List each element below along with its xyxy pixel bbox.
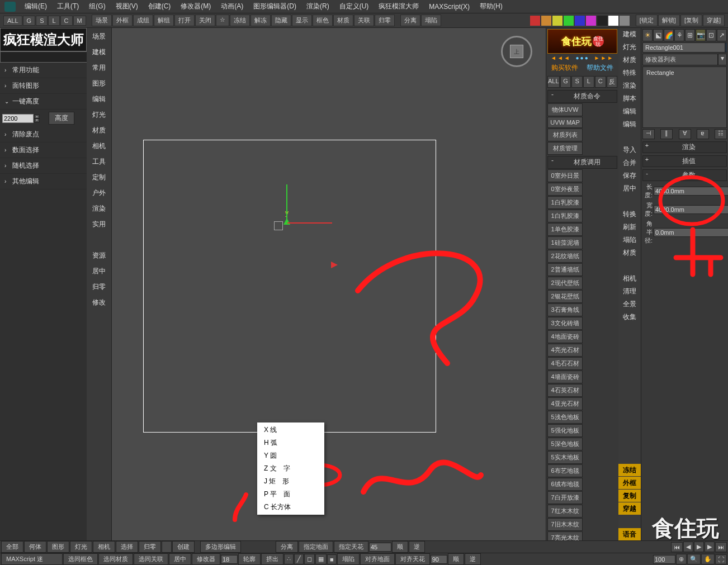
menu-plugin[interactable]: 疯狂模渲大师: [374, 1, 423, 12]
menu-grapheditor[interactable]: 图形编辑器(D): [249, 1, 301, 12]
viewcube[interactable]: 上: [501, 36, 532, 67]
bottom2d-0[interactable]: 顺: [448, 553, 464, 565]
leftcat-0[interactable]: 场景: [87, 29, 111, 44]
mat-preset-21[interactable]: 5实木地板: [547, 451, 583, 464]
mat-preset-5[interactable]: 1硅藻泥墙: [547, 236, 583, 249]
mat-cmd-2[interactable]: 材质列表: [547, 129, 583, 141]
color-swatch-3[interactable]: [564, 16, 574, 26]
chevron-down-icon[interactable]: ▾: [718, 54, 727, 65]
bottom2-num-2[interactable]: [431, 555, 447, 564]
mat-preset-9[interactable]: 2银花壁纸: [547, 290, 583, 303]
viewcube-face[interactable]: 上: [510, 45, 523, 58]
midcat-3[interactable]: 特殊: [618, 67, 641, 79]
midcat-11[interactable]: 保存: [618, 169, 641, 182]
filter-all[interactable]: ALL: [3, 16, 22, 26]
cmdpanel-tab-1[interactable]: ⬕: [653, 29, 663, 41]
mat-preset-3[interactable]: 1白乳胶漆: [547, 210, 583, 222]
leftcat-8[interactable]: 工具: [87, 154, 111, 169]
bottom-num-1[interactable]: [369, 543, 391, 552]
tool-14[interactable]: 归零: [375, 15, 395, 26]
menu-tools[interactable]: 工具(T): [53, 1, 83, 12]
menu-maxscript[interactable]: MAXScript(X): [424, 2, 474, 12]
filter-g[interactable]: G: [23, 16, 36, 26]
leftcat-5[interactable]: 灯光: [87, 107, 111, 122]
tool-6[interactable]: ☆: [216, 15, 229, 26]
midcat-hl-3[interactable]: 穿越: [618, 502, 641, 515]
cmdpanel-tab-4[interactable]: ⊞: [685, 29, 695, 41]
tool-far-0[interactable]: [锁定: [636, 15, 658, 26]
bottom2-3[interactable]: 居中: [169, 553, 191, 565]
midcat-1[interactable]: 灯光: [618, 41, 641, 53]
leftcat-11[interactable]: 渲染: [87, 201, 111, 216]
filter-l[interactable]: L: [48, 16, 59, 26]
tool-far-1[interactable]: 解锁]: [658, 15, 680, 26]
search-input[interactable]: [1, 52, 89, 62]
mat-cmd-3[interactable]: 材质管理: [547, 142, 583, 155]
rectangle-object[interactable]: [143, 140, 436, 433]
modifier-stack[interactable]: Rectangle: [642, 67, 727, 128]
promo-banner[interactable]: 食住玩 食住玩: [547, 29, 617, 54]
cmdpanel-tab-2[interactable]: 🌈: [664, 29, 674, 41]
midcat-10[interactable]: 合并: [618, 156, 641, 169]
mat-preset-8[interactable]: 2现代壁纸: [547, 277, 583, 289]
bottom1-6[interactable]: 归零: [139, 541, 161, 553]
midcat-5[interactable]: 脚本: [618, 92, 641, 105]
mid-filter-3[interactable]: L: [583, 76, 594, 88]
tool-13[interactable]: 关联: [354, 15, 374, 26]
tool-12[interactable]: 材质: [333, 15, 353, 26]
menu-anim[interactable]: 动画(A): [216, 1, 248, 12]
ctx-item-6[interactable]: C 长方体: [257, 501, 324, 514]
mat-preset-4[interactable]: 1单色胶漆: [547, 223, 583, 236]
color-swatch-6[interactable]: [597, 16, 607, 26]
mat-preset-16[interactable]: 4石英石材: [547, 384, 583, 397]
cmdpanel-tab-6[interactable]: ⊡: [706, 29, 716, 41]
midcat-2[interactable]: 材质: [618, 54, 641, 66]
subobj-5-icon[interactable]: ■: [327, 554, 337, 564]
stack-btn-2[interactable]: ∥: [660, 129, 673, 139]
object-color-swatch[interactable]: [725, 42, 727, 53]
ctx-item-0[interactable]: X 线: [257, 424, 324, 436]
bottom2-num-3[interactable]: [653, 555, 675, 564]
bottom1c-0[interactable]: 分离: [276, 541, 298, 553]
bottom2-2[interactable]: 选同关联: [134, 553, 168, 565]
bottom2-1[interactable]: 选同材质: [98, 553, 133, 565]
config-icon[interactable]: ☷: [715, 129, 727, 139]
left-item-一键高度[interactable]: ⌄一键高度: [0, 94, 87, 110]
color-swatch-8[interactable]: [620, 16, 630, 26]
tool-2[interactable]: 成组: [133, 15, 153, 26]
menu-group[interactable]: 组(G): [84, 1, 110, 12]
bottom1-3[interactable]: 灯光: [70, 541, 92, 553]
midcat-6[interactable]: 编辑: [618, 105, 641, 117]
midcat-14[interactable]: 转换: [618, 208, 641, 220]
bottom1-8[interactable]: 创建: [172, 541, 195, 553]
leftcat-7[interactable]: 相机: [87, 139, 111, 153]
mat-preset-26[interactable]: 7旧木木纹: [547, 518, 583, 531]
leftcat-16[interactable]: 归零: [87, 279, 111, 294]
mat-preset-25[interactable]: 7红木木纹: [547, 505, 583, 517]
midcat-hl-0[interactable]: 冻结: [618, 464, 641, 476]
color-swatch-2[interactable]: [552, 16, 562, 26]
midcat-4[interactable]: 渲染: [618, 79, 641, 92]
mat-use-header[interactable]: -材质调用: [547, 156, 617, 169]
mat-preset-12[interactable]: 4地面瓷砖: [547, 330, 583, 343]
param-width-input[interactable]: [654, 205, 728, 214]
mat-preset-19[interactable]: 5强化地板: [547, 424, 583, 437]
midcat-15[interactable]: 刷新: [618, 221, 641, 233]
mat-preset-24[interactable]: 7白开放漆: [547, 491, 583, 504]
subobj-3-icon[interactable]: ◻: [304, 554, 315, 564]
tool-far-2[interactable]: [复制: [680, 15, 702, 26]
color-swatch-0[interactable]: [530, 16, 540, 26]
bottom1-4[interactable]: 相机: [93, 541, 115, 553]
leftcat-12[interactable]: 实用: [87, 217, 111, 231]
left-item-清除废点[interactable]: ›清除废点: [0, 127, 87, 143]
filter-s[interactable]: S: [36, 16, 48, 26]
bottom2b-0[interactable]: 轮廓: [238, 553, 261, 565]
midcat-21[interactable]: 全景: [618, 298, 641, 310]
tool-r-1[interactable]: 塌陷: [421, 15, 441, 26]
tool-r-0[interactable]: 分离: [400, 15, 420, 26]
midcat-9[interactable]: 导入: [618, 144, 641, 156]
rollout-interp[interactable]: +插值: [642, 155, 727, 167]
color-swatch-7[interactable]: [608, 16, 618, 26]
ctx-item-3[interactable]: Z 文 字: [257, 462, 324, 475]
tool-1[interactable]: 外框: [112, 15, 133, 26]
